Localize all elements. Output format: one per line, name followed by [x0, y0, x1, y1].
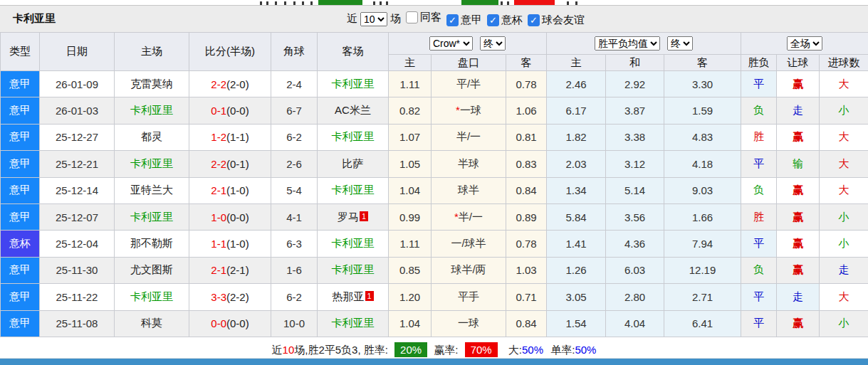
away-team-link[interactable]: 罗马1 — [318, 203, 389, 230]
ah-away-odds: 0.78 — [506, 71, 547, 97]
league-type-badge[interactable]: 意杯 — [1, 231, 40, 257]
checkbox-unchecked-icon[interactable] — [406, 11, 418, 23]
match-result: 平 — [741, 284, 777, 310]
ah-home-odds: 1.11 — [389, 71, 432, 97]
ah-home-odds: 1.04 — [389, 310, 432, 337]
ah-line: 半/一 — [432, 124, 506, 150]
eu-away-odds: 1.59 — [664, 97, 741, 124]
europe-time-select[interactable]: 终 — [667, 36, 693, 51]
match-date: 25-12-07 — [40, 203, 115, 230]
filter-option[interactable]: ✓球会友谊 — [528, 14, 585, 27]
handicap-time-select[interactable]: 终 — [480, 36, 506, 51]
match-score: 1-1(1-0) — [189, 231, 271, 257]
match-date: 26-01-03 — [40, 97, 115, 124]
league-type-badge[interactable]: 意甲 — [1, 124, 40, 150]
sub-header-eu-draw: 和 — [606, 55, 664, 71]
filter-options: 同客✓意甲✓意杯✓球会友谊 — [401, 11, 585, 27]
ah-home-odds: 1.11 — [389, 231, 432, 257]
league-type-badge[interactable]: 意甲 — [1, 97, 40, 124]
col-header-type: 类型 — [1, 33, 40, 71]
goals-result: 大 — [820, 177, 868, 203]
halftime-score: (1-0) — [226, 238, 249, 250]
bookmaker-select[interactable]: Crow* — [429, 36, 473, 51]
rank-badge: 1 — [365, 291, 374, 301]
filter-option[interactable]: 同客 — [406, 11, 441, 24]
bottom-accent-bar — [0, 359, 868, 365]
home-team-link[interactable]: 亚特兰大 — [115, 177, 189, 203]
single-rate-value: 50% — [575, 344, 596, 356]
match-date: 26-01-09 — [40, 71, 115, 97]
home-team-link[interactable]: 那不勒斯 — [115, 231, 189, 257]
fulltime-score: 1-1 — [211, 238, 226, 250]
halftime-score: (1-1) — [226, 131, 249, 143]
home-team-link[interactable]: 科莫 — [115, 310, 189, 337]
away-team-link[interactable]: 卡利亚里 — [318, 257, 389, 283]
league-type-badge[interactable]: 意甲 — [1, 71, 40, 97]
recent-label: 近 — [347, 12, 357, 26]
checkbox-checked-icon[interactable]: ✓ — [487, 14, 499, 26]
scope-select[interactable]: 全场 — [787, 36, 822, 51]
handicap-result: 赢 — [777, 231, 820, 257]
match-score: 0-0(0-0) — [189, 310, 271, 337]
goals-result: 大 — [820, 151, 868, 177]
league-type-badge[interactable]: 意甲 — [1, 310, 40, 337]
match-date: 25-11-08 — [40, 310, 115, 337]
eu-home-odds: 2.46 — [547, 71, 606, 97]
ah-line: *半/一 — [432, 203, 506, 230]
ah-line: 球半 — [432, 177, 506, 203]
single-rate-label: 单率: — [550, 344, 575, 356]
sub-header-ah-away: 客 — [506, 55, 547, 71]
eu-home-odds: 5.84 — [547, 203, 606, 230]
away-team-link[interactable]: AC米兰 — [318, 97, 389, 124]
green-badge-fragment — [318, 0, 362, 5]
rank-badge: 1 — [360, 211, 368, 221]
table-row: 意甲 25-11-22 卡利亚里 3-3(2-2) 6-2 热那亚1 1.20 … — [1, 284, 868, 310]
eu-away-odds: 12.19 — [664, 257, 741, 283]
filter-option[interactable]: ✓意甲 — [446, 14, 482, 27]
eu-away-odds: 9.03 — [664, 177, 741, 203]
eu-draw-odds: 4.36 — [606, 231, 664, 257]
home-team-link[interactable]: 卡利亚里 — [115, 151, 189, 177]
recent-count-select[interactable]: 10 — [360, 12, 387, 26]
away-team-link[interactable]: 卡利亚里 — [318, 310, 389, 337]
league-type-badge[interactable]: 意甲 — [1, 203, 40, 230]
corner-count: 6-2 — [271, 284, 318, 310]
col-header-home: 主场 — [115, 33, 189, 71]
away-team-link[interactable]: 卡利亚里 — [318, 231, 389, 257]
home-team-link[interactable]: 卡利亚里 — [115, 97, 189, 124]
handicap-result: 赢 — [777, 124, 820, 150]
handicap-result: 走 — [777, 284, 820, 310]
ah-away-odds: 0.78 — [506, 231, 547, 257]
fulltime-score: 2-2 — [211, 78, 226, 90]
home-team-link[interactable]: 都灵 — [115, 124, 189, 150]
halftime-score: (1-0) — [226, 184, 249, 196]
europe-avg-select[interactable]: 胜平负均值 — [595, 36, 660, 51]
corner-count: 2-4 — [271, 71, 318, 97]
filter-option-label: 意杯 — [501, 14, 523, 27]
match-result: 胜 — [741, 124, 777, 150]
home-team-link[interactable]: 尤文图斯 — [115, 257, 189, 283]
scope-controls: 全场 — [741, 33, 868, 55]
league-type-badge[interactable]: 意甲 — [1, 257, 40, 283]
home-team-link[interactable]: 卡利亚里 — [115, 203, 189, 230]
league-type-badge[interactable]: 意甲 — [1, 151, 40, 177]
filter-bar: 近 10 场 同客✓意甲✓意杯✓球会友谊 — [347, 6, 585, 32]
home-team-link[interactable]: 卡利亚里 — [115, 284, 189, 310]
table-row: 意甲 25-11-30 尤文图斯 2-1(2-1) 1-6 卡利亚里 0.85 … — [1, 257, 868, 283]
away-team-link[interactable]: 卡利亚里 — [318, 71, 389, 97]
league-type-badge[interactable]: 意甲 — [1, 177, 40, 203]
eu-home-odds: 1.54 — [547, 310, 606, 337]
away-team-link[interactable]: 卡利亚里 — [318, 124, 389, 150]
home-team-link[interactable]: 克雷莫纳 — [115, 71, 189, 97]
checkbox-checked-icon[interactable]: ✓ — [528, 14, 540, 26]
league-type-badge[interactable]: 意甲 — [1, 284, 40, 310]
away-team-link[interactable]: 卡利亚里 — [318, 177, 389, 203]
away-team-link[interactable]: 热那亚1 — [318, 284, 389, 310]
match-result: 平 — [741, 231, 777, 257]
corner-count: 10-0 — [271, 310, 318, 337]
away-team-link[interactable]: 比萨 — [318, 151, 389, 177]
filter-option[interactable]: ✓意杯 — [487, 14, 523, 27]
ah-line: 一球 — [432, 310, 506, 337]
checkbox-checked-icon[interactable]: ✓ — [446, 14, 459, 26]
sub-header-eu-home: 主 — [547, 55, 606, 71]
